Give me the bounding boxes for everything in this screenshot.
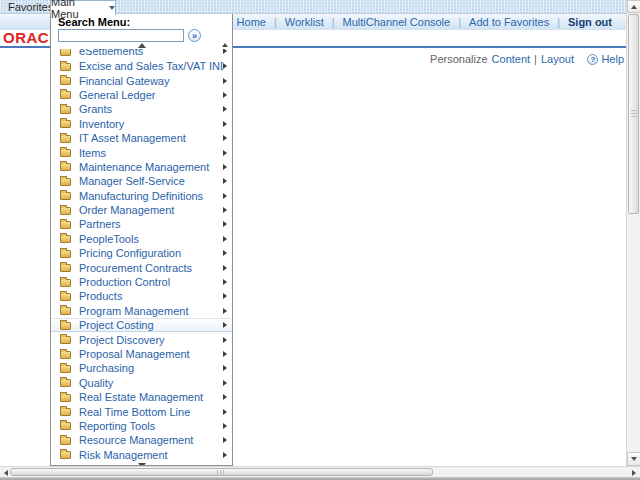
header-link[interactable]: MultiChannel Console (343, 16, 451, 28)
header-link[interactable]: Add to Favorites (469, 16, 549, 28)
folder-icon (60, 235, 71, 243)
menu-item-row[interactable]: Items (51, 145, 232, 159)
menu-item-row[interactable]: Manufacturing Definitions (51, 189, 232, 203)
submenu-arrow-icon (223, 293, 227, 299)
folder-icon (60, 49, 71, 56)
scrollbar-down-button[interactable] (627, 452, 640, 466)
folder-icon (60, 178, 71, 186)
folder-icon (60, 394, 71, 402)
vertical-scrollbar[interactable] (626, 0, 640, 466)
scrollbar-grip (217, 470, 226, 475)
menu-item-row[interactable]: Grants (51, 102, 232, 116)
menu-item-row[interactable]: General Ledger (51, 88, 232, 102)
folder-icon (60, 135, 71, 143)
scrollbar-up-button[interactable] (627, 0, 640, 13)
menu-item-label: Project Costing (79, 319, 223, 331)
arrow-down-icon (631, 457, 637, 461)
submenu-arrow-icon (223, 308, 227, 314)
menu-item-label: Proposal Management (79, 348, 223, 360)
menu-item-row[interactable]: Order Management (51, 203, 232, 217)
main-menu-tab[interactable]: Main Menu (50, 0, 116, 15)
folder-icon (60, 63, 71, 71)
help-link[interactable]: Help (601, 53, 624, 65)
submenu-arrow-icon (223, 279, 227, 285)
submenu-arrow-icon (223, 221, 227, 227)
help-link-group[interactable]: ? Help (587, 53, 624, 65)
submenu-arrow-icon (223, 236, 227, 242)
menu-item-row[interactable]: Project Discovery (51, 332, 232, 346)
menu-item-row[interactable]: Purchasing (51, 361, 232, 375)
menu-item-label: Grants (79, 103, 223, 115)
folder-icon (60, 336, 71, 344)
submenu-arrow-icon (223, 150, 227, 156)
submenu-arrow-icon (223, 452, 227, 458)
menu-item-row[interactable]: Real Time Bottom Line (51, 404, 232, 418)
help-icon: ? (587, 54, 598, 65)
favorites-menu-label: Favorites (8, 1, 53, 13)
scrollbar-grip (631, 110, 637, 117)
menu-item-label: Order Management (79, 204, 223, 216)
menu-item-row[interactable]: Financial Gateway (51, 73, 232, 87)
submenu-arrow-icon (223, 423, 227, 429)
menu-item-row[interactable]: Proposal Management (51, 347, 232, 361)
menu-item-row[interactable]: Procurement Contracts (51, 260, 232, 274)
menu-item-row[interactable]: Quality (51, 376, 232, 390)
header-link-separator: | (458, 16, 461, 28)
submenu-arrow-icon (223, 365, 227, 371)
submenu-arrow-icon (223, 409, 227, 415)
menu-item-row[interactable]: Inventory (51, 117, 232, 131)
menu-item-row[interactable]: Project Costing (51, 318, 232, 332)
submenu-arrow-icon (223, 178, 227, 184)
scroll-up-icon (138, 43, 146, 48)
menu-item-row[interactable]: Maintenance Management (51, 160, 232, 174)
folder-icon (60, 351, 71, 359)
menu-item-row[interactable]: Manager Self-Service (51, 174, 232, 188)
submenu-arrow-icon (223, 164, 227, 170)
header-links: Home | Worklist | MultiChannel Console |… (237, 16, 612, 28)
submenu-arrow-icon (223, 92, 227, 98)
menu-item-label: Manager Self-Service (79, 175, 223, 187)
menu-item-row[interactable]: Resource Management (51, 433, 232, 447)
search-go-button[interactable]: » (188, 29, 201, 42)
menu-item-row[interactable]: IT Asset Management (51, 131, 232, 145)
personalize-layout-link[interactable]: Layout (541, 53, 574, 65)
submenu-arrow-icon (223, 394, 227, 400)
menu-scroll-up[interactable] (51, 42, 232, 49)
vertical-scrollbar-thumb[interactable] (628, 14, 639, 214)
menu-item-label: Items (79, 147, 223, 159)
menu-item-row[interactable]: Risk Management (51, 448, 232, 462)
menu-item-label: Excise and Sales Tax/VAT IND (79, 60, 223, 72)
folder-icon (60, 149, 71, 157)
folder-icon (60, 322, 71, 330)
horizontal-scrollbar[interactable] (0, 466, 640, 477)
menu-item-label: Partners (79, 218, 223, 230)
menu-item-row[interactable]: Real Estate Management (51, 390, 232, 404)
menu-item-row[interactable]: Reporting Tools (51, 419, 232, 433)
menu-item-row[interactable]: Production Control (51, 275, 232, 289)
menu-item-row[interactable]: Excise and Sales Tax/VAT IND (51, 59, 232, 73)
main-menu-label: Main Menu (51, 0, 105, 20)
header-link[interactable]: Worklist (285, 16, 324, 28)
menu-search-input[interactable] (58, 29, 184, 42)
arrow-left-icon (4, 470, 8, 476)
folder-icon (60, 422, 71, 430)
menu-item-row[interactable]: Partners (51, 217, 232, 231)
horizontal-scrollbar-thumb[interactable] (10, 468, 433, 476)
menu-item-label: General Ledger (79, 89, 223, 101)
menu-item-row[interactable]: Program Management (51, 304, 232, 318)
personalize-label: Personalize (430, 53, 487, 65)
menu-item-label: Risk Management (79, 449, 223, 461)
header-link[interactable]: Home (237, 16, 266, 28)
personalize-content-link[interactable]: Content (492, 53, 531, 65)
submenu-arrow-icon (223, 207, 227, 213)
submenu-arrow-icon (223, 49, 227, 54)
menu-item-row[interactable]: eSettlements (51, 49, 232, 58)
header-link[interactable]: Sign out (568, 16, 612, 28)
menu-item-row[interactable]: PeopleTools (51, 232, 232, 246)
folder-icon (60, 77, 71, 85)
header-link-separator: | (274, 16, 277, 28)
menu-item-row[interactable]: Pricing Configuration (51, 246, 232, 260)
menu-item-row[interactable]: Products (51, 289, 232, 303)
submenu-arrow-icon (223, 380, 227, 386)
submenu-arrow-icon (223, 322, 227, 328)
